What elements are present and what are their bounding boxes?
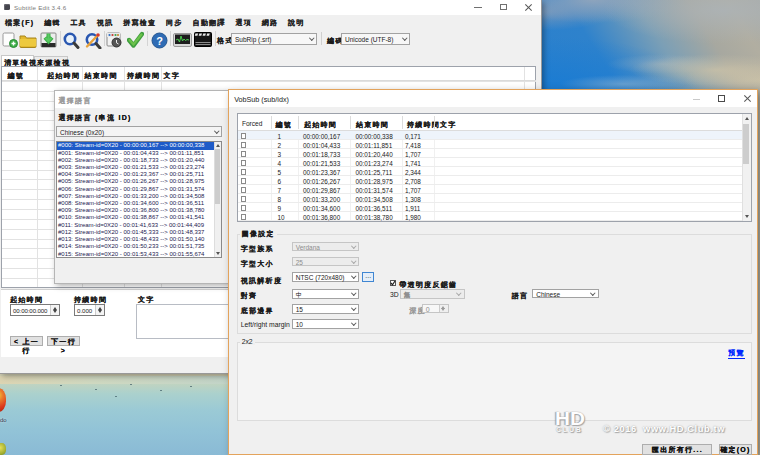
- svg-text:?: ?: [156, 35, 163, 47]
